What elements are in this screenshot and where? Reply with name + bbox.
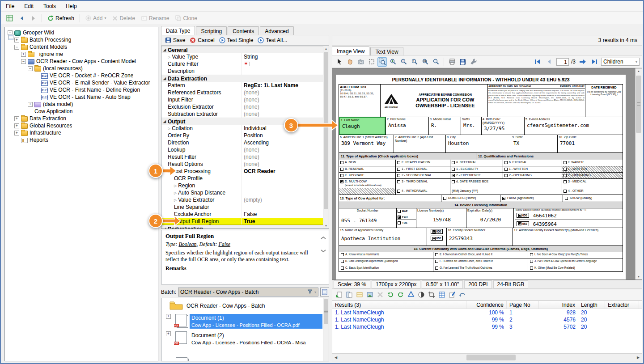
zoom-region-icon[interactable] — [377, 57, 387, 67]
tree-item-ignore-me[interactable]: +_ignore me — [5, 51, 158, 58]
scroll-up-icon[interactable]: ▲ — [636, 68, 642, 74]
tab-image-view[interactable]: Image View — [332, 47, 369, 55]
scrollbar-thumb[interactable] — [466, 355, 516, 360]
add-button[interactable]: Add▾ — [83, 14, 109, 23]
pointer-tool-icon[interactable] — [335, 57, 344, 67]
property-auto-snap-distance[interactable]: ▷Auto Snap Distance — [161, 189, 323, 196]
results-column-length[interactable]: Length — [578, 301, 605, 309]
batch-selector[interactable]: OCR Reader - Cow Apps - Batch ▾ — [178, 288, 318, 296]
zoom-fit-width-icon[interactable] — [431, 57, 441, 67]
property-referenced-extractors[interactable]: Referenced Extractors(none) — [161, 89, 323, 96]
row-expander-icon[interactable]: ▷ — [174, 198, 177, 202]
annotate-icon[interactable] — [448, 291, 456, 299]
tree-item-ve-ocr-docket-reocr-zone[interactable]: 0123VE OCR - Docket # - ReOCR Zone — [5, 72, 158, 79]
property-category-output[interactable]: ◢Output — [161, 118, 323, 125]
scroll-down-icon[interactable]: ▼ — [636, 274, 642, 279]
horizontal-scrollbar[interactable]: ◀ ▶ — [332, 354, 642, 361]
workspace-icon[interactable] — [4, 13, 16, 23]
test-single-button[interactable]: Test Single — [219, 37, 254, 43]
property-input-filter[interactable]: Input Filter(none) — [161, 96, 323, 103]
save-image-icon[interactable] — [458, 57, 467, 67]
rename-button[interactable]: Rename — [139, 14, 172, 23]
refresh-button[interactable]: Refresh — [45, 14, 77, 23]
tab-advanced[interactable]: Advanced — [260, 26, 293, 35]
property-direction[interactable]: DirectionAscending — [161, 139, 323, 146]
line-removal-icon[interactable] — [438, 291, 446, 299]
scrollbar-thumb[interactable] — [324, 299, 328, 324]
tree-item-content-models[interactable]: −Content Models — [5, 43, 158, 51]
previous-page-icon[interactable] — [545, 57, 554, 67]
batch-document-button[interactable] — [320, 288, 329, 296]
scroll-down-chevron-icon[interactable] — [320, 248, 326, 254]
row-expander-icon[interactable]: ▷ — [168, 55, 170, 59]
property-result-filter[interactable]: Result Filter(none) — [161, 153, 323, 161]
property-post-processing[interactable]: ◢Post ProcessingOCR Reader — [161, 168, 323, 175]
scroll-down-icon[interactable]: ▼ — [323, 223, 329, 229]
tree-expander-icon[interactable]: + — [14, 131, 19, 135]
property-category-data-extraction[interactable]: ◢Data Extraction — [161, 75, 323, 82]
reprocess-icon[interactable] — [407, 291, 415, 299]
doc-expander-icon[interactable]: + — [166, 331, 171, 336]
tree-expander-icon[interactable]: − — [28, 66, 33, 71]
tree-item-ve-ocr-last-name-auto-snap[interactable]: 0123VE OCR - Last Name - Auto Snap — [5, 93, 158, 101]
type-link[interactable]: Boolean — [178, 241, 196, 247]
save-button[interactable]: Save — [165, 37, 185, 43]
crop-icon[interactable] — [428, 291, 436, 299]
property-exclude-anchor[interactable]: Exclude AnchorFalse — [161, 211, 323, 218]
tree-item-infrastructure[interactable]: +Infrastructure — [5, 129, 158, 136]
viewer-settings-icon[interactable] — [469, 57, 478, 67]
page-number-input[interactable]: 1 — [556, 58, 569, 66]
batch-document-1[interactable]: +PDFDocument (1)Cow App - Licensee - Pos… — [161, 312, 329, 330]
first-page-icon[interactable] — [533, 57, 542, 67]
tree-expander-icon[interactable]: − — [14, 45, 19, 50]
result-row[interactable]: 1. Last NameCleugh99 %2457620 — [332, 316, 642, 323]
threshold-icon[interactable] — [417, 291, 425, 299]
tab-data-type[interactable]: Data Type — [161, 26, 195, 35]
property-collation[interactable]: ▷CollationIndividual — [161, 125, 323, 132]
property-line-separator[interactable]: Line Separator — [161, 203, 323, 211]
default-link[interactable]: False — [218, 241, 230, 247]
menu-edit[interactable]: Edit — [19, 1, 38, 11]
tree-expander-icon[interactable]: + — [14, 38, 19, 42]
tab-text-view[interactable]: Text View — [370, 47, 403, 55]
batch-root-item[interactable]: OCR Reader - Cow Apps - Batch — [161, 298, 329, 312]
property-result-options[interactable]: Result Options(none) — [161, 161, 323, 168]
property-category-deduplication[interactable]: ◢Deduplication — [161, 225, 323, 229]
property-value-extractor[interactable]: ▷Value Extractor(empty) — [161, 196, 323, 203]
cancel-button[interactable]: Cancel — [190, 37, 214, 43]
undo-icon[interactable] — [458, 291, 466, 299]
row-expander-icon[interactable]: ▷ — [168, 127, 170, 131]
scrollbar-thumb[interactable] — [636, 76, 641, 133]
last-page-icon[interactable] — [589, 57, 599, 67]
test-all-button[interactable]: Test All... — [258, 37, 287, 43]
tree-expander-icon[interactable]: + — [28, 102, 33, 107]
property-description[interactable]: Description — [161, 68, 323, 75]
tree-item-batch-processing[interactable]: +Batch Processing — [5, 36, 158, 43]
result-row[interactable]: 1. Last NameCleugh99 %3570220 — [332, 323, 642, 330]
property-culture-filter[interactable]: Culture Filter — [161, 60, 323, 68]
snapshot-icon[interactable] — [356, 57, 365, 67]
tab-scripting[interactable]: Scripting — [196, 26, 227, 35]
tree-item-data-model[interactable]: +(data model) — [5, 101, 158, 108]
row-expander-icon[interactable]: ▷ — [174, 184, 177, 188]
property-subtraction-extractor[interactable]: Subtraction Extractor(none) — [161, 110, 323, 118]
forward-button[interactable] — [28, 14, 39, 22]
scroll-up-chevron-icon[interactable] — [320, 235, 326, 241]
menu-tools[interactable]: Tools — [38, 1, 61, 11]
property-output-full-region[interactable]: Output Full RegionTrue — [161, 218, 323, 225]
property-lookup[interactable]: Lookup(none) — [161, 146, 323, 153]
results-column-results-3[interactable]: Results (3) — [332, 301, 466, 309]
clone-button[interactable]: Clone — [173, 14, 199, 23]
delete-button[interactable]: Delete — [110, 14, 138, 23]
batch-tree-scrollbar[interactable] — [323, 298, 329, 361]
batch-document-2[interactable]: +PDFDocument (2)Cow App - Licensee - Pos… — [161, 330, 329, 347]
property-value-type[interactable]: ▷Value TypeString — [161, 53, 323, 60]
print-icon[interactable] — [447, 57, 457, 67]
row-expander-icon[interactable]: ◢ — [168, 169, 170, 174]
tree-item-reports[interactable]: Reports — [5, 136, 158, 144]
tab-contents[interactable]: Contents — [228, 26, 259, 35]
property-grid-scrollbar[interactable]: ▲ ▼ — [323, 46, 329, 229]
tree-expander-icon[interactable]: − — [21, 59, 26, 64]
image-edit-icon[interactable] — [366, 291, 374, 299]
zoom-in-icon[interactable] — [388, 57, 398, 67]
